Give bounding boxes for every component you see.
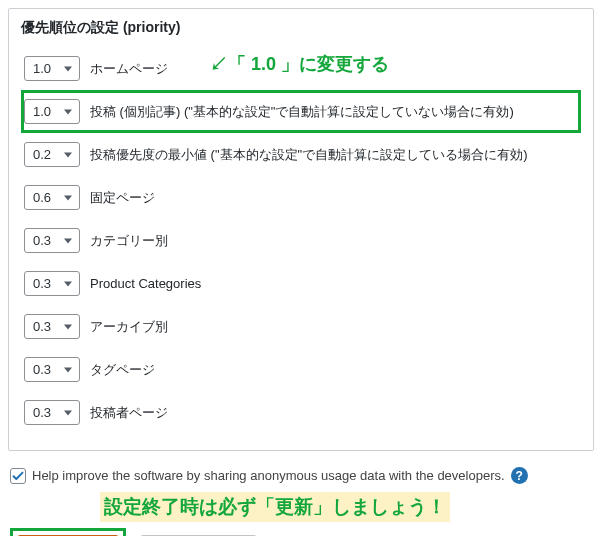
button-row: 設定を更新 » 設定をリセット: [10, 528, 592, 536]
priority-select[interactable]: 0.3: [24, 314, 80, 339]
priority-select-wrap: 1.0: [24, 99, 80, 124]
priority-select-wrap: 0.3: [24, 357, 80, 382]
telemetry-label: Help improve the software by sharing ano…: [32, 468, 505, 483]
priority-label: カテゴリー別: [90, 232, 168, 250]
priority-row: 0.3 Product Categories: [21, 262, 581, 305]
priority-select-wrap: 0.2: [24, 142, 80, 167]
telemetry-checkbox[interactable]: [10, 468, 26, 484]
priority-select-wrap: 1.0: [24, 56, 80, 81]
priority-row: 0.6 固定ページ: [21, 176, 581, 219]
priority-label: Product Categories: [90, 276, 201, 291]
priority-row: 0.3 カテゴリー別: [21, 219, 581, 262]
priority-row: 1.0 ホームページ ↙「 1.0 」に変更する: [21, 47, 581, 90]
priority-select[interactable]: 1.0: [24, 56, 80, 81]
priority-row: 0.3 投稿者ページ: [21, 391, 581, 434]
priority-select-wrap: 0.3: [24, 228, 80, 253]
priority-label: アーカイブ別: [90, 318, 168, 336]
priority-select[interactable]: 0.2: [24, 142, 80, 167]
priority-settings-panel: 優先順位の設定 (priority) 1.0 ホームページ ↙「 1.0 」に変…: [8, 8, 594, 451]
priority-row: 0.3 タグページ: [21, 348, 581, 391]
priority-select-wrap: 0.6: [24, 185, 80, 210]
priority-label: 投稿 (個別記事) ("基本的な設定"で自動計算に設定していない場合に有効): [90, 103, 514, 121]
priority-row: 0.3 アーカイブ別: [21, 305, 581, 348]
priority-select[interactable]: 1.0: [24, 99, 80, 124]
telemetry-row: Help improve the software by sharing ano…: [10, 467, 592, 484]
priority-label: タグページ: [90, 361, 155, 379]
priority-select[interactable]: 0.3: [24, 228, 80, 253]
priority-label: 投稿優先度の最小値 ("基本的な設定"で自動計算に設定している場合に有効): [90, 146, 528, 164]
priority-select[interactable]: 0.3: [24, 357, 80, 382]
annotation-update-wrap: 設定終了時は必ず「更新」しましょう！: [100, 492, 602, 522]
priority-label: 固定ページ: [90, 189, 155, 207]
priority-select-wrap: 0.3: [24, 314, 80, 339]
priority-label: 投稿者ページ: [90, 404, 168, 422]
panel-title: 優先順位の設定 (priority): [9, 9, 593, 47]
priority-select-wrap: 0.3: [24, 271, 80, 296]
below-panel: Help improve the software by sharing ano…: [10, 467, 592, 484]
annotation-change-to-1: ↙「 1.0 」に変更する: [210, 52, 389, 76]
priority-select-wrap: 0.3: [24, 400, 80, 425]
priority-select[interactable]: 0.6: [24, 185, 80, 210]
help-icon[interactable]: ?: [511, 467, 528, 484]
priority-rows: 1.0 ホームページ ↙「 1.0 」に変更する 1.0 投稿 (個別記事) (…: [9, 47, 593, 434]
priority-label: ホームページ: [90, 60, 168, 78]
priority-row: 0.2 投稿優先度の最小値 ("基本的な設定"で自動計算に設定している場合に有効…: [21, 133, 581, 176]
update-button-highlight: 設定を更新 »: [10, 528, 126, 536]
priority-row: 1.0 投稿 (個別記事) ("基本的な設定"で自動計算に設定していない場合に有…: [21, 90, 581, 133]
check-icon: [12, 470, 24, 482]
priority-select[interactable]: 0.3: [24, 400, 80, 425]
annotation-update: 設定終了時は必ず「更新」しましょう！: [100, 492, 450, 522]
priority-select[interactable]: 0.3: [24, 271, 80, 296]
